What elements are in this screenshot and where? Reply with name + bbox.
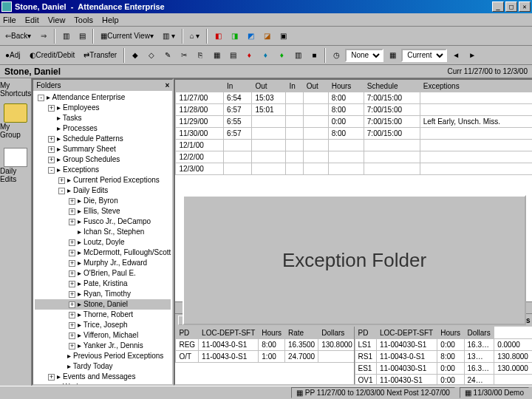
prev-period-button[interactable]: ◄	[449, 48, 463, 63]
menu-file[interactable]: File	[3, 16, 16, 24]
tree-node[interactable]: +▸ Schedule Patterns	[35, 134, 171, 144]
tree-node[interactable]: +▸ Loutz, Doyle	[35, 237, 171, 248]
title-employee: Stone, Daniel	[15, 2, 66, 11]
breadcrumb-name: Stone, Daniel	[4, 66, 61, 77]
tree-node[interactable]: +▸ Group Schedules	[35, 154, 171, 165]
folders-title: Folders	[36, 81, 61, 89]
shortcut-my-group[interactable]: My Group	[0, 103, 31, 139]
breadcrumb: Stone, Daniel Curr 11/27/00 to 12/3/00	[0, 65, 532, 78]
tree-node[interactable]: ▸ Tasks	[35, 113, 171, 123]
status-bar: ▦ PP 11/27/00 to 12/03/00 Next Post 12-0…	[0, 386, 532, 399]
tree-node[interactable]: +▸ Murphy Jr., Edward	[35, 258, 171, 268]
exception-folder-overlay: Exception Folder	[183, 195, 525, 325]
clock-icon[interactable]: ◷	[329, 48, 344, 63]
toolbar-nav: ⇐ Back ▾ ⇒ ▥ ▤ ▦ Current View ▾ ▥ ▾ ⌂ ▾ …	[0, 27, 532, 46]
tree-node[interactable]: ▸ Tardy Today	[35, 361, 171, 372]
tree-node[interactable]: +▸ Stone, Daniel	[35, 299, 171, 310]
filter-combo-1[interactable]: None	[345, 49, 383, 62]
tree-node[interactable]: +▸ Ryan, Timothy	[35, 289, 171, 299]
tree-node[interactable]: ▸ Previous Period Exceptions	[35, 351, 171, 361]
title-app: Attendance Enterprise	[78, 2, 164, 11]
close-button[interactable]: ✕	[519, 1, 531, 12]
folders-close-icon[interactable]: ×	[166, 81, 170, 89]
main-pane: InOutInOutHoursScheduleExceptions11/27/0…	[174, 78, 532, 386]
edit-icon-12[interactable]: ■	[307, 48, 321, 63]
tree-node[interactable]: +▸ McDermott, Fullough/Scott	[35, 248, 171, 258]
next-period-button[interactable]: ►	[465, 48, 480, 63]
totals-grids: PDLOC-DEPT-SFTHoursRateDollarsREG11-0043…	[175, 327, 532, 384]
tree-node[interactable]: ▸ Processes	[35, 123, 171, 134]
tree-node[interactable]: ▸ Ichan Sr., Stephen	[35, 227, 171, 237]
shortcut-label: Daily Edits	[0, 167, 31, 183]
tool-icon-2[interactable]: ◧	[211, 29, 225, 44]
tree-node[interactable]: +▸ Workgroups	[35, 382, 171, 384]
shortcuts-header: My Shortcuts	[0, 81, 31, 98]
minimize-button[interactable]: _	[492, 1, 504, 12]
day-totals-grid[interactable]: PDLOC-DEPT-SFTHoursRateDollarsREG11-0043…	[175, 327, 354, 384]
timecard-grid[interactable]: InOutInOutHoursScheduleExceptions11/27/0…	[175, 80, 532, 191]
app-icon	[1, 1, 12, 12]
tree-node[interactable]: +▸ Pate, Kristina	[35, 279, 171, 289]
tree-node[interactable]: +▸ Current Period Exceptions	[35, 175, 171, 185]
period-totals-grid[interactable]: PDLOC-DEPT-SFTHoursDollarsLS111-004030-S…	[355, 327, 532, 384]
tool-icon-4[interactable]: ◩	[243, 29, 258, 44]
calendar-icon[interactable]: ▦	[385, 48, 400, 63]
edit-icon-9[interactable]: ♦	[258, 48, 273, 63]
transfer-button[interactable]: ⇄ Transfer	[80, 48, 120, 63]
menu-bar: File Edit View Tools Help	[0, 13, 532, 27]
tree-node[interactable]: -▸ Attendance Enterprise	[35, 92, 171, 103]
edit-icon-1[interactable]: ◆	[128, 48, 143, 63]
edit-icon-11[interactable]: ▥	[290, 48, 305, 63]
credit-debit-button[interactable]: ◐ Credit/Debit	[26, 48, 79, 63]
shortcut-label: My Group	[0, 123, 31, 139]
edit-icon-6[interactable]: ▦	[209, 48, 224, 63]
current-view-button[interactable]: ▦ Current View ▾	[97, 29, 157, 44]
title-bar: Stone, Daniel - Attendance Enterprise _ …	[0, 0, 532, 13]
tool-icon-1[interactable]: ⌂ ▾	[186, 29, 204, 44]
period-combo[interactable]: Current	[401, 49, 447, 62]
shortcuts-toggle-icon[interactable]: ▥	[58, 29, 73, 44]
tool-icon-3[interactable]: ◨	[227, 29, 242, 44]
menu-view[interactable]: View	[48, 16, 66, 24]
folders-toggle-icon[interactable]: ▤	[75, 29, 89, 44]
forward-button[interactable]: ⇒	[36, 29, 51, 44]
tree-node[interactable]: +▸ Employees	[35, 103, 171, 113]
tool-icon-5[interactable]: ◪	[259, 29, 274, 44]
tree-node[interactable]: -▸ Exceptions	[35, 165, 171, 175]
menu-help[interactable]: Help	[102, 16, 119, 24]
tree-node[interactable]: +▸ Thorne, Robert	[35, 310, 171, 320]
adj-button[interactable]: ● Adj	[1, 48, 24, 63]
tree-node[interactable]: -▸ Daily Edits	[35, 185, 171, 196]
folder-icon	[4, 103, 27, 123]
tree-node[interactable]: +▸ Trice, Joseph	[35, 320, 171, 330]
folder-tree[interactable]: -▸ Attendance Enterprise+▸ Employees▸ Ta…	[33, 91, 172, 384]
folders-header: Folders ×	[33, 80, 172, 91]
tree-node[interactable]: +▸ O'Brien, Paul E.	[35, 268, 171, 279]
toolbar-edit: ● Adj ◐ Credit/Debit ⇄ Transfer ◆ ◇ ✎ ✂ …	[0, 46, 532, 65]
tree-node[interactable]: +▸ Fusco Jr., DeCampo	[35, 216, 171, 227]
folders-pane: Folders × -▸ Attendance Enterprise+▸ Emp…	[32, 78, 174, 386]
tree-node[interactable]: +▸ Ellis, Steve	[35, 206, 171, 216]
grid-view-icon[interactable]: ▥ ▾	[159, 29, 179, 44]
tree-node[interactable]: +▸ Events and Messages	[35, 372, 171, 382]
shortcut-daily-edits[interactable]: Daily Edits	[0, 148, 31, 183]
edit-icon-5[interactable]: ⎘	[193, 48, 208, 63]
tool-icon-6[interactable]: ▣	[276, 29, 290, 44]
back-button[interactable]: ⇐ Back ▾	[1, 29, 35, 44]
breadcrumb-range: Curr 11/27/00 to 12/3/00	[448, 67, 528, 75]
edit-icon-7[interactable]: ▤	[225, 48, 240, 63]
edit-icon-8[interactable]: ♦	[242, 48, 256, 63]
tree-node[interactable]: +▸ Summary Sheet	[35, 144, 171, 154]
status-period: ▦ PP 11/27/00 to 12/03/00 Next Post 12-0…	[291, 387, 455, 398]
menu-edit[interactable]: Edit	[25, 16, 39, 24]
edit-icon-2[interactable]: ◇	[144, 48, 159, 63]
tree-node[interactable]: +▸ Vifferon, Michael	[35, 330, 171, 341]
tree-node[interactable]: +▸ Yanker Jr., Dennis	[35, 341, 171, 351]
edit-icon-10[interactable]: ♦	[274, 48, 289, 63]
edit-icon-4[interactable]: ✂	[177, 48, 191, 63]
status-date: ▦ 11/30/00 Demo	[460, 387, 529, 398]
maximize-button[interactable]: □	[505, 1, 517, 12]
tree-node[interactable]: +▸ Die, Byron	[35, 196, 171, 206]
menu-tools[interactable]: Tools	[74, 16, 93, 24]
edit-icon-3[interactable]: ✎	[160, 48, 175, 63]
